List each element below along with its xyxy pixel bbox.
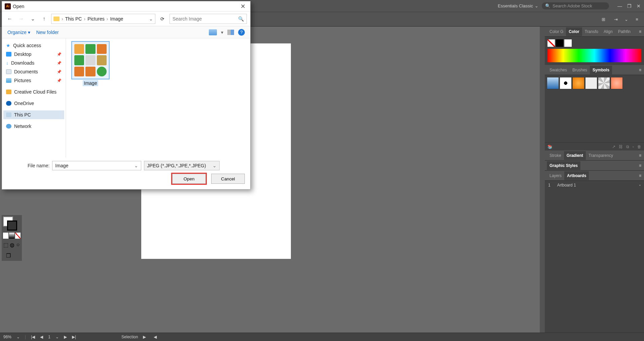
filetype-select[interactable]: JPEG (*.JPG,*.JPE,*.JPEG) ⌄ (144, 161, 220, 170)
symbol-options-icon[interactable]: ⧉ (626, 144, 629, 149)
prev-artboard-icon[interactable]: ◀ (40, 335, 43, 339)
symbol-item[interactable] (572, 77, 584, 89)
stroke-swatch[interactable] (7, 220, 17, 231)
close-dialog-button[interactable]: ✕ (238, 3, 248, 10)
color-spectrum[interactable] (547, 49, 641, 62)
screen-mode-3-button[interactable]: ○ (16, 240, 20, 249)
filename-input[interactable]: Image ⌄ (52, 161, 141, 170)
view-mode-button[interactable] (209, 29, 217, 35)
address-dropdown-icon[interactable]: ⌄ (149, 16, 153, 22)
symbol-item[interactable] (560, 77, 572, 89)
breadcrumb-item[interactable]: This PC (65, 16, 82, 22)
panel-menu-icon[interactable]: ≡ (636, 153, 644, 158)
panel-menu-icon[interactable]: ≡ (636, 163, 644, 168)
panel-menu-icon[interactable]: ≡ (636, 173, 644, 178)
hscroll-left-icon[interactable]: ◀ (154, 335, 157, 339)
tree-pictures[interactable]: Pictures📌 (3, 76, 64, 85)
symbol-item[interactable] (547, 77, 559, 89)
next-artboard-icon[interactable]: ▶ (64, 335, 67, 339)
tree-desktop[interactable]: Desktop📌 (3, 50, 64, 59)
chevron-down-icon[interactable]: ⌄ (213, 163, 217, 168)
symbol-item[interactable] (611, 77, 623, 89)
screen-mode-2-button[interactable]: ◍ (10, 240, 14, 249)
chevron-down-icon[interactable]: ⌄ (624, 17, 628, 22)
screens-overlap-icon[interactable]: ❐ (3, 252, 13, 259)
artboard-options-icon[interactable]: ▫ (639, 183, 641, 187)
help-button[interactable]: ? (238, 29, 245, 36)
minimize-button[interactable]: — (617, 3, 622, 9)
artboard-number-field[interactable]: 1 (48, 335, 50, 339)
gradient-mode-button[interactable] (9, 233, 14, 239)
tab-pathfinder[interactable]: Pathfin (615, 27, 633, 36)
symbol-item[interactable] (585, 77, 597, 89)
open-button[interactable]: Open (172, 174, 206, 184)
symbol-item[interactable] (598, 77, 610, 89)
organize-button[interactable]: Organize ▾ (7, 30, 30, 35)
vertical-scrollbar[interactable] (540, 27, 545, 333)
tab-gradient[interactable]: Gradient (564, 151, 586, 160)
tree-quick-access[interactable]: ★Quick access (3, 41, 64, 50)
tab-align[interactable]: Align (601, 27, 615, 36)
cancel-button[interactable]: Cancel (211, 174, 245, 184)
recent-dropdown[interactable]: ⌄ (28, 14, 37, 23)
status-chevron-icon[interactable]: ▶ (143, 335, 146, 339)
first-artboard-icon[interactable]: |◀ (31, 335, 35, 339)
breadcrumb-item[interactable]: Pictures (87, 16, 105, 22)
tab-transform[interactable]: Transfo (582, 27, 601, 36)
panel-menu-icon[interactable]: ≡ (636, 68, 644, 72)
tab-transparency[interactable]: Transparency (586, 151, 616, 160)
properties-icon[interactable]: ≡ (633, 15, 641, 23)
tree-documents[interactable]: Documents📌 (3, 67, 64, 76)
screen-mode-button[interactable]: ⬚ (3, 240, 8, 249)
delete-symbol-icon[interactable]: 🗑 (637, 144, 641, 149)
file-list[interactable]: Image (66, 38, 250, 158)
tree-creative-cloud[interactable]: Creative Cloud Files (3, 88, 64, 96)
tab-stroke[interactable]: Stroke (547, 151, 564, 160)
new-folder-button[interactable]: New folder (36, 30, 59, 35)
file-item[interactable]: Image (69, 42, 112, 86)
up-button[interactable]: ↑ (40, 14, 48, 23)
folder-search[interactable]: Search Image 🔍 (169, 14, 247, 24)
new-symbol-icon[interactable]: ▫ (633, 144, 634, 149)
tab-color-guide[interactable]: Color G (547, 27, 566, 36)
artboard-row[interactable]: 1 Artboard 1 ▫ (545, 181, 644, 190)
tab-brushes[interactable]: Brushes (570, 66, 590, 74)
tab-artboards[interactable]: Artboards (564, 171, 589, 180)
panel-menu-icon[interactable]: ≡ (636, 29, 644, 34)
break-link-icon[interactable]: ⛓ (619, 144, 623, 149)
tree-this-pc[interactable]: This PC (3, 110, 64, 119)
chevron-down-icon[interactable]: ⌄ (16, 335, 20, 339)
arrange-icon[interactable]: ⇥ (612, 15, 619, 23)
breadcrumb-item[interactable]: Image (110, 16, 123, 22)
tree-downloads[interactable]: ↓Downloads📌 (3, 59, 64, 67)
restore-button[interactable]: ❐ (627, 3, 632, 9)
chevron-down-icon[interactable]: ⌄ (134, 163, 138, 168)
tab-symbols[interactable]: Symbols (590, 66, 612, 74)
fill-none-swatch[interactable] (547, 39, 555, 47)
none-mode-button[interactable] (15, 233, 21, 239)
document-icon (6, 69, 11, 74)
chevron-down-icon[interactable]: ⌄ (55, 335, 59, 339)
chevron-down-icon[interactable]: ▾ (221, 30, 223, 35)
tab-swatches[interactable]: Swatches (547, 66, 570, 74)
tab-graphic-styles[interactable]: Graphic Styles (547, 161, 580, 170)
zoom-level[interactable]: 96% (3, 335, 11, 339)
tab-color[interactable]: Color (566, 27, 582, 36)
tab-layers[interactable]: Layers (547, 171, 564, 180)
stroke-black-swatch[interactable] (556, 39, 563, 47)
tree-network[interactable]: Network (3, 122, 64, 131)
grid-icon[interactable]: ⊞ (600, 15, 607, 23)
tree-onedrive[interactable]: OneDrive (3, 99, 64, 108)
adobe-stock-search[interactable]: 🔍 Search Adobe Stock (542, 2, 609, 9)
refresh-button[interactable]: ⟳ (158, 14, 167, 23)
color-mode-button[interactable] (3, 233, 8, 239)
preview-pane-button[interactable] (227, 30, 234, 35)
place-symbol-icon[interactable]: ↗ (612, 144, 615, 149)
last-artboard-icon[interactable]: ▶| (72, 335, 76, 339)
back-button[interactable]: ← (5, 14, 14, 23)
white-swatch[interactable] (564, 39, 572, 47)
workspace-switcher[interactable]: Essentials Classic ⌄ (498, 3, 538, 8)
library-icon[interactable]: 📚 (547, 144, 553, 149)
close-app-button[interactable]: ✕ (637, 3, 641, 9)
address-bar[interactable]: › This PC › Pictures › Image ⌄ (51, 14, 155, 24)
